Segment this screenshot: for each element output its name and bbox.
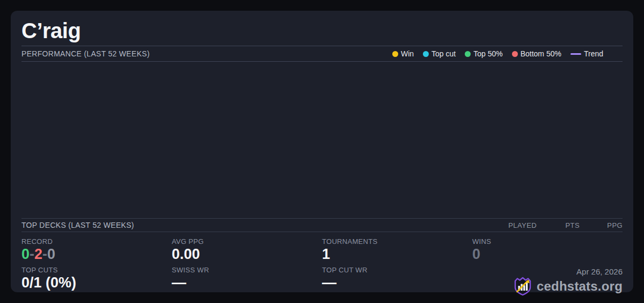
stat-swiss-wr-label: SWISS WR — [172, 266, 322, 274]
stat-swiss-wr-value: — — [172, 275, 322, 291]
record-losses: 2 — [34, 246, 42, 262]
legend-item-top-cut: Top cut — [423, 49, 456, 58]
legend-label-top-cut: Top cut — [431, 49, 456, 58]
stat-tournaments-label: TOURNAMENTS — [322, 237, 472, 246]
performance-chart — [21, 62, 623, 218]
stat-top-cuts-label: TOP CUTS — [21, 266, 172, 274]
stat-avg-ppg: AVG PPG 0.00 — [172, 235, 322, 263]
legend-item-bottom50: Bottom 50% — [512, 49, 561, 58]
stat-avg-ppg-value: 0.00 — [172, 246, 322, 262]
performance-header-row: PERFORMANCE (LAST 52 WEEKS) Win Top cut … — [21, 46, 623, 61]
stat-swiss-wr: SWISS WR — — [172, 263, 322, 292]
chart-legend: Win Top cut Top 50% Bottom 50% Trend — [392, 49, 603, 58]
stat-record: RECORD 0-2-0 — [21, 235, 172, 263]
brand-row: cedhstats.org — [472, 277, 623, 296]
win-dot-icon — [392, 51, 398, 57]
legend-label-win: Win — [401, 49, 414, 58]
player-stats-card: C’raig PERFORMANCE (LAST 52 WEEKS) Win T… — [11, 11, 633, 292]
performance-section-label: PERFORMANCE (LAST 52 WEEKS) — [21, 49, 150, 58]
legend-item-top50: Top 50% — [465, 49, 502, 58]
record-wins: 0 — [21, 246, 30, 262]
top-cut-dot-icon — [423, 51, 429, 57]
legend-item-win: Win — [392, 49, 414, 58]
top-decks-header-row: TOP DECKS (LAST 52 WEEKS) PLAYED PTS PPG — [21, 218, 623, 232]
stat-tournaments-value: 1 — [322, 246, 472, 262]
stat-wins-label: WINS — [472, 237, 623, 246]
column-header-ppg: PPG — [580, 221, 623, 229]
stat-avg-ppg-label: AVG PPG — [172, 237, 322, 246]
stat-record-label: RECORD — [21, 237, 172, 246]
footer-branding: Apr 26, 2026 cedhstats.org — [472, 263, 623, 292]
record-separator-1: - — [30, 246, 34, 262]
stat-top-cuts: TOP CUTS 0/1 (0%) — [21, 263, 172, 292]
trend-line-icon — [570, 53, 581, 55]
stat-top-cut-wr: TOP CUT WR — — [322, 263, 472, 292]
brand-name: cedhstats.org — [537, 279, 623, 294]
legend-label-top50: Top 50% — [473, 49, 502, 58]
cedhstats-shield-logo-icon — [513, 277, 532, 296]
bottom50-dot-icon — [512, 51, 518, 57]
column-header-played: PLAYED — [494, 221, 537, 229]
stat-wins: WINS 0 — [472, 235, 623, 263]
stat-wins-value: 0 — [472, 246, 623, 262]
legend-label-trend: Trend — [584, 49, 603, 58]
legend-label-bottom50: Bottom 50% — [521, 49, 561, 58]
column-header-pts: PTS — [537, 221, 580, 229]
stat-top-cut-wr-value: — — [322, 275, 472, 291]
record-draws: 0 — [47, 246, 55, 262]
stat-top-cut-wr-label: TOP CUT WR — [322, 266, 472, 274]
page-title: C’raig — [21, 18, 623, 43]
stats-grid: RECORD 0-2-0 AVG PPG 0.00 TOURNAMENTS 1 … — [21, 235, 623, 292]
generated-date: Apr 26, 2026 — [472, 267, 623, 276]
stat-tournaments: TOURNAMENTS 1 — [322, 235, 472, 263]
top-decks-column-headers: PLAYED PTS PPG — [494, 221, 623, 229]
record-separator-2: - — [42, 246, 47, 262]
top-decks-section-label: TOP DECKS (LAST 52 WEEKS) — [21, 221, 134, 229]
legend-item-trend: Trend — [570, 49, 603, 58]
stat-record-value: 0-2-0 — [21, 246, 172, 262]
stat-top-cuts-value: 0/1 (0%) — [21, 275, 172, 291]
top50-dot-icon — [465, 51, 471, 57]
